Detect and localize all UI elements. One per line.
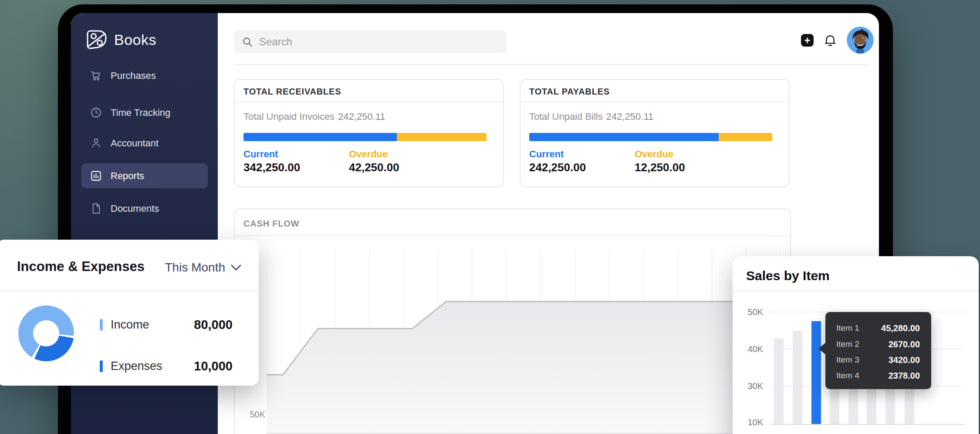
bar[interactable]	[905, 387, 914, 424]
current-segment	[529, 133, 719, 141]
overdue-segment	[397, 133, 487, 141]
bell-icon	[824, 33, 837, 47]
sidebar-item-label: Purchases	[111, 70, 156, 81]
legend-item-expenses: Expenses 10,000	[100, 359, 233, 373]
card-title: TOTAL RECEIVABLES	[243, 87, 341, 97]
current-value: 342,250.00	[243, 161, 300, 174]
sales-by-item-card: Sales by Item 50K 40K 30K 10K Item 1 45,…	[733, 256, 979, 434]
income-expenses-card: Income & Expenses This Month Income 80,0…	[0, 240, 259, 386]
period-dropdown[interactable]: This Month	[165, 261, 242, 275]
bar-highlighted[interactable]	[811, 321, 821, 424]
legend-value: 10,000	[194, 359, 233, 373]
payables-progress-bar	[529, 133, 772, 141]
sidebar-item-reports[interactable]: Reports	[81, 163, 208, 188]
legend-item-income: Income 80,000	[100, 318, 233, 331]
tooltip-arrow-icon	[818, 342, 826, 355]
area-fill	[267, 302, 781, 434]
card-divider	[0, 291, 259, 292]
sidebar-item-accountant[interactable]: Accountant	[81, 131, 208, 156]
card-divider	[235, 102, 503, 102]
bar[interactable]	[848, 387, 858, 424]
cart-icon	[90, 70, 102, 81]
overdue-label: Overdue	[349, 149, 388, 160]
books-logo-icon	[86, 30, 107, 50]
search-bar[interactable]	[234, 31, 507, 53]
unpaid-amount: 242,250.11	[606, 111, 653, 122]
bar[interactable]	[774, 339, 784, 424]
sales-tooltip: Item 1 45,280.00 Item 2 2670.00 Item 3 3…	[825, 312, 931, 389]
sidebar-item-time-tracking[interactable]: Time Tracking	[81, 100, 208, 125]
plus-icon: +	[804, 35, 810, 46]
card-divider	[235, 235, 790, 236]
total-payables-card: TOTAL PAYABLES Total Unpaid Bills242,250…	[520, 79, 790, 187]
document-icon	[90, 203, 102, 214]
legend-value: 80,000	[194, 318, 233, 332]
card-divider	[520, 102, 789, 102]
app-title: Books	[114, 31, 156, 48]
unpaid-summary: Total Unpaid Bills242,250.11	[529, 111, 653, 122]
sidebar-item-label: Time Tracking	[111, 107, 170, 119]
user-avatar[interactable]	[847, 27, 874, 54]
search-input[interactable]	[258, 35, 487, 48]
current-label: Current	[529, 149, 564, 160]
unpaid-summary: Total Unpaid Invoices242,250.11	[243, 111, 385, 122]
current-value: 242,250.00	[529, 161, 586, 174]
notifications-button[interactable]	[824, 33, 837, 47]
tooltip-row: Item 2 2670.00	[836, 339, 920, 349]
overdue-label: Overdue	[635, 149, 673, 160]
search-icon	[242, 36, 253, 47]
card-title: TOTAL PAYABLES	[529, 87, 610, 97]
person-icon	[90, 137, 102, 149]
sidebar-item-label: Documents	[111, 203, 159, 214]
bar[interactable]	[867, 387, 876, 424]
income-expenses-donut-chart	[18, 305, 74, 361]
topbar-divider	[234, 64, 869, 65]
sidebar-item-label: Accountant	[111, 138, 159, 149]
income-expenses-title: Income & Expenses	[17, 259, 145, 275]
overdue-value: 12,250.00	[635, 161, 685, 174]
chevron-down-icon	[230, 264, 242, 271]
sidebar-item-label: Reports	[111, 170, 144, 182]
tooltip-row: Item 4 2378.00	[836, 370, 920, 381]
overdue-segment	[719, 133, 772, 141]
current-label: Current	[243, 149, 278, 160]
total-receivables-card: TOTAL RECEIVABLES Total Unpaid Invoices2…	[234, 79, 504, 187]
overdue-value: 42,250.00	[349, 161, 399, 174]
legend-label: Income	[111, 318, 149, 332]
donut-hole	[33, 320, 59, 346]
app-logo: Books	[86, 29, 156, 50]
sidebar-item-documents[interactable]: Documents	[81, 196, 208, 221]
expenses-legend-mark	[100, 360, 103, 372]
unpaid-amount: 242,250.11	[338, 111, 385, 122]
tooltip-row: Item 1 45,280.00	[836, 323, 920, 333]
create-new-button[interactable]: +	[801, 34, 814, 47]
bar[interactable]	[885, 387, 895, 424]
legend-label: Expenses	[111, 359, 162, 373]
bar[interactable]	[830, 387, 839, 424]
bar-chart-icon	[90, 170, 102, 182]
y-axis-tick: 50K	[239, 410, 265, 420]
receivables-progress-bar	[243, 133, 487, 141]
income-legend-mark	[100, 319, 103, 331]
period-label: This Month	[165, 261, 226, 275]
clock-icon	[90, 107, 102, 119]
sidebar-item-purchases[interactable]: Purchases	[81, 63, 208, 88]
cash-flow-area-chart	[267, 249, 781, 434]
tooltip-row: Item 3 3420.00	[836, 355, 920, 365]
cash-flow-title: CASH FLOW	[243, 219, 299, 229]
bar[interactable]	[793, 331, 802, 424]
cash-flow-card: CASH FLOW 50K 0	[234, 208, 791, 434]
current-segment	[243, 133, 397, 141]
